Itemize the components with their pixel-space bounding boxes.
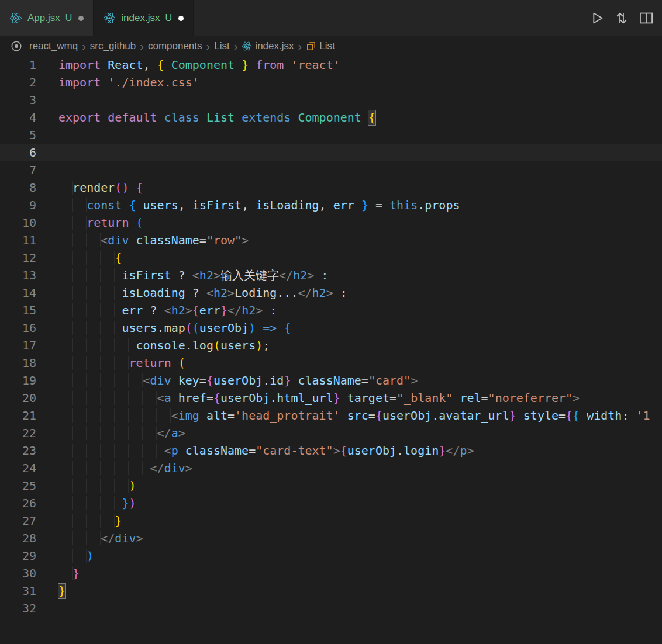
code-line-20[interactable]: 20 <a href={userObj.html_url} target="_b… — [0, 389, 662, 407]
line-content: <div key={userObj.id} className="card"> — [58, 372, 662, 389]
line-number: 1 — [0, 56, 36, 74]
tab-app-jsx[interactable]: App.jsxU — [0, 0, 94, 36]
code-editor[interactable]: 1import React, { Component } from 'react… — [0, 56, 662, 617]
indent-guides — [58, 391, 157, 405]
line-content: return ( — [58, 214, 662, 231]
editor-actions — [588, 0, 662, 36]
indent-guides — [58, 444, 164, 458]
indent-guides — [58, 233, 101, 247]
indent-guides — [58, 461, 150, 475]
code-line-10[interactable]: 10 return ( — [0, 214, 662, 231]
code-line-2[interactable]: 2import './index.css' — [0, 74, 662, 91]
line-number: 8 — [0, 179, 36, 196]
code-line-32[interactable]: 32 — [0, 600, 662, 617]
code-line-1[interactable]: 1import React, { Component } from 'react… — [0, 56, 662, 74]
tab-index-jsx[interactable]: index.jsxU — [94, 0, 194, 36]
line-content — [58, 600, 662, 617]
line-number: 18 — [0, 354, 36, 372]
line-content: isLoading ? <h2>Loding...</h2> : — [58, 284, 662, 302]
code-line-12[interactable]: 12 { — [0, 249, 662, 266]
breadcrumb-item-react-wmq[interactable]: react_wmq — [29, 40, 78, 52]
split-editor-icon — [639, 11, 654, 26]
code-line-19[interactable]: 19 <div key={userObj.id} className="card… — [0, 372, 662, 389]
code-line-18[interactable]: 18 return ( — [0, 354, 662, 372]
line-number: 26 — [0, 494, 36, 512]
modified-dot-icon[interactable] — [78, 16, 84, 21]
code-line-30[interactable]: 30 } — [0, 565, 662, 582]
code-line-7[interactable]: 7 — [0, 161, 662, 179]
indent-guides — [58, 531, 101, 545]
indent-guides — [58, 373, 143, 387]
code-line-17[interactable]: 17 console.log(users); — [0, 337, 662, 354]
line-content: } — [58, 565, 662, 582]
breadcrumb-item-components[interactable]: components — [148, 40, 202, 52]
code-line-14[interactable]: 14 isLoading ? <h2>Loding...</h2> : — [0, 284, 662, 302]
breadcrumb-item-src-github[interactable]: src_github — [90, 40, 136, 52]
code-line-11[interactable]: 11 <div className="row"> — [0, 231, 662, 249]
code-line-22[interactable]: 22 </a> — [0, 424, 662, 442]
line-number: 2 — [0, 74, 36, 91]
code-line-8[interactable]: 8 render() { — [0, 179, 662, 196]
line-number: 17 — [0, 337, 36, 354]
indent-guides — [58, 268, 122, 282]
line-content: } — [58, 582, 662, 600]
code-line-3[interactable]: 3 — [0, 91, 662, 109]
code-line-26[interactable]: 26 }) — [0, 494, 662, 512]
open-changes-button[interactable] — [613, 9, 630, 27]
breadcrumb-separator-icon: › — [298, 40, 302, 52]
breadcrumb-item-list[interactable]: List — [306, 40, 335, 52]
indent-guides — [58, 549, 87, 563]
line-content: ) — [58, 547, 662, 565]
breadcrumb-label: List — [214, 40, 229, 52]
split-editor-button[interactable] — [637, 9, 655, 27]
line-content: } — [58, 512, 662, 529]
indent-guides — [58, 198, 87, 212]
code-line-5[interactable]: 5 — [0, 126, 662, 144]
tab-list: App.jsxUindex.jsxU — [0, 0, 194, 36]
line-number: 15 — [0, 302, 36, 319]
code-line-21[interactable]: 21 <img alt='head_protrait' src={userObj… — [0, 407, 662, 424]
react-icon — [242, 41, 252, 51]
tab-label: App.jsx — [27, 12, 60, 24]
modified-dot-icon[interactable] — [178, 16, 184, 21]
line-content: ) — [58, 477, 662, 494]
breadcrumb-item-list[interactable]: List — [214, 40, 229, 52]
line-content: </div> — [58, 529, 662, 547]
code-line-27[interactable]: 27 } — [0, 512, 662, 529]
line-number: 23 — [0, 442, 36, 459]
line-content: </a> — [58, 424, 662, 442]
git-status-badge: U — [165, 13, 172, 23]
breadcrumb-row: react_wmq›src_github›components›List›ind… — [0, 36, 662, 56]
line-number: 5 — [0, 126, 36, 144]
code-line-9[interactable]: 9 const { users, isFirst, isLoading, err… — [0, 196, 662, 214]
code-line-29[interactable]: 29 ) — [0, 547, 662, 565]
code-line-28[interactable]: 28 </div> — [0, 529, 662, 547]
breadcrumb-label: index.jsx — [255, 40, 294, 52]
indent-guides — [58, 303, 122, 317]
line-number: 24 — [0, 459, 36, 477]
code-line-24[interactable]: 24 </div> — [0, 459, 662, 477]
line-content: }) — [58, 494, 662, 512]
line-number: 29 — [0, 547, 36, 565]
line-content: <img alt='head_protrait' src={userObj.av… — [58, 407, 662, 424]
breadcrumb-label: src_github — [90, 40, 136, 52]
line-number: 27 — [0, 512, 36, 529]
code-line-16[interactable]: 16 users.map((userObj) => { — [0, 319, 662, 337]
line-content — [58, 126, 662, 144]
indent-guides — [58, 251, 115, 265]
line-content: <div className="row"> — [58, 231, 662, 249]
breadcrumb-item-index-jsx[interactable]: index.jsx — [242, 40, 294, 52]
line-content: </div> — [58, 459, 662, 477]
code-line-23[interactable]: 23 <p className="card-text">{userObj.log… — [0, 442, 662, 459]
code-line-13[interactable]: 13 isFirst ? <h2>输入关键字</h2> : — [0, 266, 662, 284]
code-line-6[interactable]: 6 — [0, 144, 662, 161]
open-changes-icon — [614, 11, 629, 26]
code-line-31[interactable]: 31} — [0, 582, 662, 600]
line-number: 7 — [0, 161, 36, 179]
code-line-4[interactable]: 4export default class List extends Compo… — [0, 109, 662, 126]
run-button[interactable] — [588, 9, 606, 27]
react-icon — [9, 12, 22, 25]
code-line-25[interactable]: 25 ) — [0, 477, 662, 494]
code-line-15[interactable]: 15 err ? <h2>{err}</h2> : — [0, 302, 662, 319]
tab-bar: App.jsxUindex.jsxU — [0, 0, 662, 36]
